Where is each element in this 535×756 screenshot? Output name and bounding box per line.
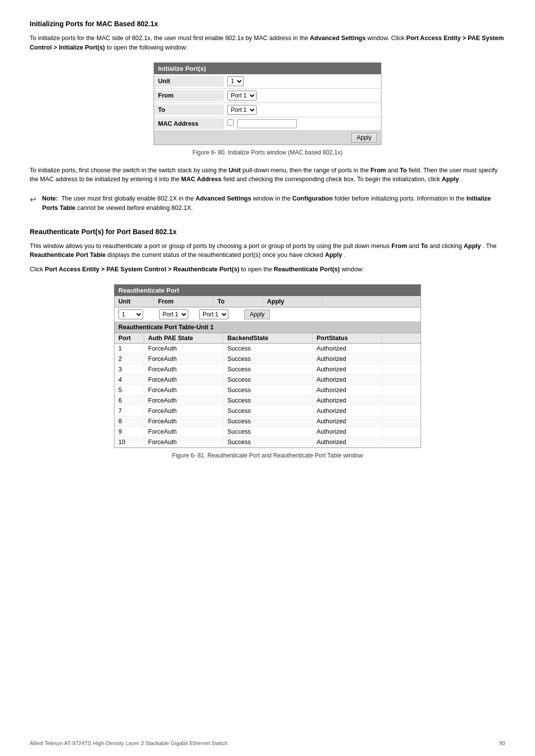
para1-bold4: MAC Address [181,176,222,183]
reauth-from-select[interactable]: Port 1 [159,309,188,319]
unit-row: Unit 1 [154,74,381,89]
init-ports-window: Initialize Port(s) Unit 1 From Port 1 [154,62,381,145]
table-cell: Authorized [313,364,382,374]
table-cell: 9 [114,427,144,437]
figure1-container: Initialize Port(s) Unit 1 From Port 1 [30,62,505,156]
intro-text1: To initialize ports for the MAC side of … [30,35,308,42]
to-row: To Port 1 [154,103,381,117]
table-row: 9ForceAuthSuccessAuthorized [114,427,421,437]
para1-bold1: Unit [229,167,241,174]
table-cell: Success [223,416,313,426]
reauth-column-headers: Unit From To Apply [114,296,421,307]
reauth-title: Reauthenticate Port [114,285,421,296]
table-cell: Authorized [313,406,382,416]
note-text3: folder before initializing ports. Inform… [334,195,465,202]
click-text3: window: [341,266,364,273]
desc1-and: and [409,243,419,250]
table-cell: 2 [114,354,144,364]
para1-bold2: From [371,167,386,174]
table-cell: ForceAuth [144,344,223,353]
desc1-bold2: To [421,243,428,250]
page-footer: Allied Telesyn AT-9724TS High-Density La… [0,740,535,746]
mac-checkbox[interactable] [227,119,234,126]
para1-text5: . [461,176,462,183]
para1-text1: To initialize ports, first choose the sw… [30,167,227,174]
para1-and: and [388,167,398,174]
click-text1: Click [30,266,43,273]
table-row: 6ForceAuthSuccessAuthorized [114,396,421,406]
figure1-caption: Figure 6- 80. Initialize Ports window (M… [193,149,343,156]
mac-label: MAC Address [154,118,223,129]
desc1-bold3: Apply [464,243,481,250]
desc1-text5: . [344,252,345,258]
table-cell: ForceAuth [144,416,223,426]
to-select[interactable]: Port 1 [227,105,257,115]
table-cell: ForceAuth [144,375,223,385]
unit-value: 1 [223,74,381,88]
desc1-text3: . The [482,243,496,250]
figure2-container: Reauthenticate Port Unit From To Apply 1… [30,284,505,459]
reauth-table-header: Port Auth PAE State BackendState PortSta… [114,333,421,344]
note-text2: window in the [253,195,291,202]
table-cell: 6 [114,396,144,405]
col-from: From [154,296,214,307]
footer-left: Allied Telesyn AT-9724TS High-Density La… [30,740,227,746]
th-auth-pae: Auth PAE State [144,333,223,343]
mac-input[interactable] [237,119,297,128]
unit-select[interactable]: 1 [227,76,244,86]
th-backend: BackendState [223,333,313,343]
reauth-controls-row: 1 Port 1 Port 1 Apply [114,307,421,322]
table-cell: Success [223,427,313,437]
to-label: To [154,104,223,115]
table-row: 1ForceAuthSuccessAuthorized [114,344,421,354]
desc1-text1: This window allows you to reauthenticate… [30,243,390,250]
note-text: Note: The user must first globally enabl… [42,194,505,213]
th-portstatus: PortStatus [313,333,382,343]
click-instruction: Click Port Access Entity > PAE System Co… [30,265,505,274]
table-cell: ForceAuth [144,437,223,447]
note-bold1: Advanced Settings [196,195,252,202]
table-cell: Authorized [313,354,382,364]
table-cell: Authorized [313,344,382,353]
table-row: 7ForceAuthSuccessAuthorized [114,406,421,416]
table-row: 10ForceAuthSuccessAuthorized [114,437,421,448]
footer-right: 90 [499,740,505,746]
table-cell: ForceAuth [144,354,223,364]
table-cell: Authorized [313,396,382,405]
table-row: 2ForceAuthSuccessAuthorized [114,354,421,364]
note-box: ↵ Note: The user must first globally ena… [30,194,505,213]
reauth-apply-button[interactable]: Apply [244,309,270,319]
para1-bold3: To [400,167,407,174]
table-cell: 5 [114,385,144,395]
th-port: Port [114,333,144,343]
table-cell: Success [223,406,313,416]
section1-heading: Initializing Ports for MAC Based 802.1x [30,20,505,28]
desc1-text2: and clicking [429,243,462,250]
apply-button[interactable]: Apply [351,133,377,143]
table-cell: 10 [114,437,144,447]
table-cell: Success [223,437,313,447]
click-text2: to open the [241,266,272,273]
table-cell: ForceAuth [144,396,223,405]
reauth-unit-select[interactable]: 1 [118,309,143,319]
init-ports-title: Initialize Port(s) [154,63,381,74]
note-icon: ↵ [30,193,37,206]
section1-intro-para: To initialize ports for the MAC side of … [30,34,505,52]
col-unit: Unit [114,296,154,307]
table-cell: 3 [114,364,144,374]
para1-text2: pull-down menu, then the range of ports … [242,167,369,174]
click-bold2: Reauthenticate Port(s) [274,266,340,273]
from-label: From [154,90,223,101]
table-cell: Success [223,344,313,353]
reauth-to-select[interactable]: Port 1 [199,309,228,319]
note-bold2: Configuration [292,195,333,202]
intro-text3: to open the following window: [107,44,187,51]
col-apply: Apply [263,296,322,307]
desc1-bold1: From [391,243,407,250]
reauth-subtable-title: Reauthenticate Port Table-Unit 1 [114,322,421,333]
table-cell: Authorized [313,375,382,385]
from-select[interactable]: Port 1 [227,91,257,101]
table-cell: ForceAuth [144,364,223,374]
para1-bold5: Apply [442,176,459,183]
table-cell: ForceAuth [144,406,223,416]
